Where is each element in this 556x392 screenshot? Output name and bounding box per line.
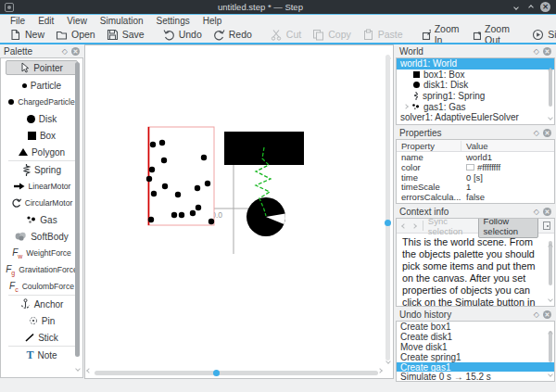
property-row-color[interactable]: color#ffffffff	[397, 162, 554, 172]
gas-particle[interactable]	[162, 183, 168, 189]
gas-particle[interactable]	[195, 185, 200, 191]
maximize-button[interactable]	[524, 1, 537, 13]
undo-item[interactable]: Create box1	[397, 322, 554, 332]
gas-particle[interactable]	[201, 155, 207, 160]
close-panel-icon[interactable]: ✕	[71, 47, 80, 56]
canvas-horizontal-scrollbar[interactable]	[95, 369, 378, 377]
minimize-button[interactable]	[510, 1, 522, 13]
palette-scrollbar[interactable]	[75, 62, 80, 357]
float-panel-icon[interactable]: ◇	[534, 129, 539, 137]
palette-item-gravitationforce[interactable]: FgGravitationForce	[1, 261, 82, 278]
close-button[interactable]: ✕	[539, 1, 551, 13]
tree-item-solver1[interactable]: solver1: AdaptiveEulerSolver	[397, 112, 554, 123]
close-panel-icon[interactable]: ✕	[543, 310, 551, 319]
palette-item-pointer[interactable]: Pointer	[6, 60, 78, 75]
undo-button[interactable]: Undo	[158, 28, 208, 42]
menu-view[interactable]: View	[60, 16, 94, 26]
new-button[interactable]: New	[4, 28, 50, 42]
palette-item-weightforce[interactable]: FwWeightForce	[1, 245, 82, 261]
sync-selection-button[interactable]: Sync selection	[428, 218, 474, 236]
gas-particle[interactable]	[150, 142, 156, 147]
palette-item-linearmotor[interactable]: LinearMotor	[1, 178, 82, 195]
scene-canvas[interactable]: 0.0	[84, 44, 394, 379]
canvas-vertical-scrollbar[interactable]	[384, 55, 392, 360]
gas-particle[interactable]	[171, 212, 177, 218]
undo-item[interactable]: Create disk1	[397, 332, 554, 342]
gas-particle[interactable]	[179, 212, 184, 218]
gas-particle[interactable]	[205, 181, 210, 186]
palette-item-disk[interactable]: Disk	[1, 110, 82, 127]
palette-item-circularmotor[interactable]: CircularMotor	[1, 195, 82, 211]
float-panel-icon[interactable]: ◇	[534, 208, 539, 216]
gas-particle[interactable]	[208, 219, 214, 224]
palette-item-note[interactable]: TNote	[1, 347, 82, 363]
tree-item-gas1[interactable]: gas1: Gas	[397, 101, 554, 112]
expander-icon[interactable]	[403, 104, 409, 109]
world-scroll-up-icon[interactable]	[549, 59, 552, 76]
float-panel-icon[interactable]: ◇	[62, 47, 68, 56]
context-scroll-up-icon[interactable]	[549, 235, 552, 252]
undo-scroll-down-icon[interactable]	[549, 363, 552, 380]
gas-particle[interactable]	[148, 217, 154, 222]
float-panel-icon[interactable]: ◇	[534, 310, 539, 319]
undo-item[interactable]: Simulate 0 s → 15.2 s	[397, 372, 554, 382]
menu-help[interactable]: Help	[196, 16, 229, 26]
gas-particle[interactable]	[161, 158, 167, 163]
gas-particle[interactable]	[151, 191, 157, 196]
paste-button[interactable]: Paste	[357, 28, 409, 42]
forward-icon[interactable]	[411, 223, 417, 229]
gas-particle[interactable]	[149, 167, 155, 172]
save-button[interactable]: Save	[101, 28, 150, 42]
palette-item-pin[interactable]: Pin	[1, 312, 82, 329]
undo-item-selected[interactable]: Create gas1	[397, 362, 554, 373]
redo-button[interactable]: Redo	[208, 28, 258, 42]
palette-item-particle[interactable]: Particle	[1, 77, 82, 94]
gas-particle[interactable]	[190, 210, 196, 216]
palette-item-chargedparticle[interactable]: ChargedParticle	[1, 94, 82, 110]
palette-scroll-down-icon[interactable]	[76, 358, 80, 374]
palette-item-gas[interactable]: Gas	[1, 211, 82, 228]
property-row-errorscalculation[interactable]: errorsCalcula...false	[397, 192, 554, 202]
tree-item-disk1[interactable]: disk1: Disk	[397, 80, 554, 91]
world-scroll-down-icon[interactable]	[549, 107, 552, 123]
follow-selection-button[interactable]: Follow selection	[478, 218, 539, 238]
copy-button[interactable]: Copy	[307, 28, 357, 42]
tree-item-spring1[interactable]: spring1: Spring	[397, 91, 554, 102]
property-row-name[interactable]: nameworld1	[397, 152, 554, 162]
menu-file[interactable]: File	[4, 16, 32, 26]
tree-item-world1[interactable]: world1: World	[397, 58, 554, 70]
context-scroll-down-icon[interactable]	[549, 288, 552, 305]
tree-item-box1[interactable]: box1: Box	[397, 70, 554, 81]
gas-particle[interactable]	[146, 176, 152, 182]
gas-particle[interactable]	[159, 140, 165, 145]
gas-particle[interactable]	[175, 192, 181, 197]
undo-scroll-up-icon[interactable]	[549, 322, 552, 339]
gas-particle[interactable]	[196, 205, 201, 210]
palette-item-softbody[interactable]: SoftBody	[1, 228, 82, 245]
simulate-button[interactable]: Simulate	[526, 28, 556, 42]
gas-region[interactable]	[148, 127, 214, 225]
open-button[interactable]: Open	[50, 28, 101, 42]
undo-item[interactable]: Create spring1	[397, 352, 554, 362]
cut-button[interactable]: Cut	[265, 28, 307, 42]
property-row-timescale[interactable]: timeScale1	[397, 182, 554, 192]
canvas-scroll-right-icon[interactable]	[378, 360, 382, 376]
palette-item-spring[interactable]: Spring	[1, 161, 82, 178]
palette-item-box[interactable]: Box	[1, 127, 82, 144]
undo-item[interactable]: Move disk1	[397, 342, 554, 352]
close-panel-icon[interactable]: ✕	[543, 47, 551, 56]
canvas-scroll-left-icon[interactable]	[87, 360, 91, 376]
float-panel-icon[interactable]: ◇	[534, 47, 539, 56]
palette-item-stick[interactable]: Stick	[1, 329, 82, 346]
menu-edit[interactable]: Edit	[32, 16, 60, 26]
menu-simulation[interactable]: Simulation	[94, 16, 150, 26]
palette-item-polygon[interactable]: Polygon	[1, 144, 82, 160]
menu-settings[interactable]: Settings	[150, 16, 196, 26]
close-panel-icon[interactable]: ✕	[543, 208, 551, 216]
close-panel-icon[interactable]: ✕	[543, 129, 551, 137]
palette-item-anchor[interactable]: Anchor	[1, 296, 82, 312]
back-icon[interactable]	[401, 223, 407, 229]
property-row-time[interactable]: time0 [s]	[397, 172, 554, 183]
palette-item-coulombforce[interactable]: FcCoulombForce	[1, 278, 82, 295]
open-in-browser-icon[interactable]	[543, 221, 550, 230]
